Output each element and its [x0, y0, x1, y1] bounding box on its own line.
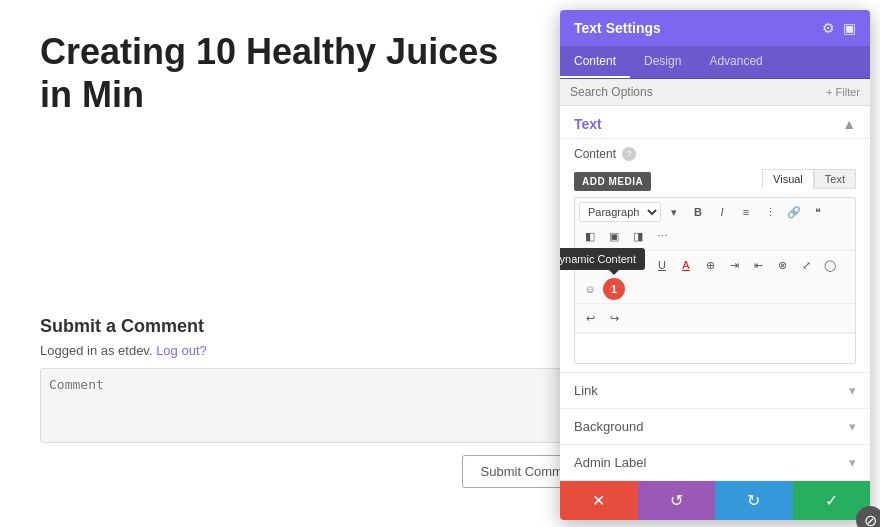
toolbar-row-1: Paragraph ▾ B I ≡ ⋮ 🔗 ❝ ◧ ▣ ◨ ⋯	[575, 198, 855, 251]
background-section[interactable]: Background ▾	[560, 408, 870, 444]
search-replace-button[interactable]: ◯	[819, 254, 841, 276]
tab-content[interactable]: Content	[560, 46, 630, 78]
undo-all-button[interactable]: ↺	[638, 481, 716, 520]
italic-button[interactable]: I	[711, 201, 733, 223]
text-section-header: Text ▲	[560, 106, 870, 139]
admin-label-chevron-icon: ▾	[849, 455, 856, 470]
settings-panel: Text Settings ⚙ ▣ Content Design Advance…	[560, 10, 870, 520]
help-icon: ?	[622, 147, 636, 161]
panel-body: Text ▲ Content ? ADD MEDIA Visual Text P…	[560, 106, 870, 480]
paragraph-select[interactable]: Paragraph	[579, 202, 661, 222]
emoji-button[interactable]: ☺	[579, 278, 601, 300]
ordered-list-button[interactable]: ⋮	[759, 201, 781, 223]
link-section-title: Link	[574, 383, 598, 398]
search-bar: + Filter	[560, 79, 870, 106]
editor-tab-visual[interactable]: Visual	[762, 169, 814, 189]
add-media-row: ADD MEDIA Visual Text	[574, 169, 856, 193]
tab-advanced[interactable]: Advanced	[695, 46, 776, 78]
resize-icon[interactable]: ⊘	[856, 506, 880, 527]
align-right-button[interactable]: ◨	[627, 225, 649, 247]
editor-content-area[interactable]	[575, 333, 855, 363]
redo-button[interactable]: ↪	[603, 307, 625, 329]
link-section[interactable]: Link ▾	[560, 372, 870, 408]
background-chevron-icon: ▾	[849, 419, 856, 434]
cancel-button[interactable]: ✕	[560, 481, 638, 520]
outdent-button[interactable]: ⇤	[747, 254, 769, 276]
content-label: Content	[574, 147, 616, 161]
align-left-button[interactable]: ◧	[579, 225, 601, 247]
add-media-button[interactable]: ADD MEDIA	[574, 172, 651, 191]
dynamic-content-tooltip: Use Dynamic Content	[560, 248, 645, 270]
toolbar-separator: ▾	[663, 201, 685, 223]
section-collapse-icon[interactable]: ▲	[842, 116, 856, 132]
more-options-button[interactable]: ⋯	[651, 225, 673, 247]
panel-header-icons: ⚙ ▣	[822, 20, 856, 36]
toolbar-row-2: S ⊞ S U A ⊕ ⇥ ⇤ ⊗ ⤢ ◯ ☺ Use Dynamic Cont…	[575, 251, 855, 304]
panel-title: Text Settings	[574, 20, 661, 36]
admin-label-title: Admin Label	[574, 455, 646, 470]
bold-button[interactable]: B	[687, 201, 709, 223]
settings-icon[interactable]: ⚙	[822, 20, 835, 36]
editor-toolbar: Paragraph ▾ B I ≡ ⋮ 🔗 ❝ ◧ ▣ ◨ ⋯ S	[574, 197, 856, 364]
color-button[interactable]: A	[675, 254, 697, 276]
unordered-list-button[interactable]: ≡	[735, 201, 757, 223]
dynamic-content-container: Use Dynamic Content 1	[603, 278, 625, 300]
tab-design[interactable]: Design	[630, 46, 695, 78]
panel-footer: ✕ ↺ ↻ ✓	[560, 480, 870, 520]
filter-button[interactable]: + Filter	[826, 86, 860, 98]
indent-button[interactable]: ⇥	[723, 254, 745, 276]
text-section-title: Text	[574, 116, 602, 132]
page-title: Creating 10 Healthy Juices in Min	[40, 30, 520, 116]
fullscreen-button[interactable]: ⤢	[795, 254, 817, 276]
content-label-row: Content ?	[560, 139, 870, 165]
logout-link[interactable]: Log out?	[156, 343, 207, 358]
panel-tabs: Content Design Advanced	[560, 46, 870, 79]
underline-button[interactable]: U	[651, 254, 673, 276]
link-chevron-icon: ▾	[849, 383, 856, 398]
toolbar-row-3: ↩ ↪	[575, 304, 855, 333]
editor-tabs: Visual Text	[762, 169, 856, 189]
link-button[interactable]: 🔗	[783, 201, 805, 223]
panel-header: Text Settings ⚙ ▣	[560, 10, 870, 46]
special2-button[interactable]: ⊗	[771, 254, 793, 276]
redo-all-button[interactable]: ↻	[715, 481, 793, 520]
background-section-title: Background	[574, 419, 643, 434]
close-panel-icon[interactable]: ▣	[843, 20, 856, 36]
editor-tab-text[interactable]: Text	[814, 169, 856, 189]
undo-button[interactable]: ↩	[579, 307, 601, 329]
search-input[interactable]	[570, 85, 826, 99]
align-center-button[interactable]: ▣	[603, 225, 625, 247]
quote-button[interactable]: ❝	[807, 201, 829, 223]
admin-label-section[interactable]: Admin Label ▾	[560, 444, 870, 480]
special1-button[interactable]: ⊕	[699, 254, 721, 276]
dynamic-content-button[interactable]: 1	[603, 278, 625, 300]
editor-area: ADD MEDIA Visual Text Paragraph ▾ B I ≡ …	[560, 165, 870, 372]
